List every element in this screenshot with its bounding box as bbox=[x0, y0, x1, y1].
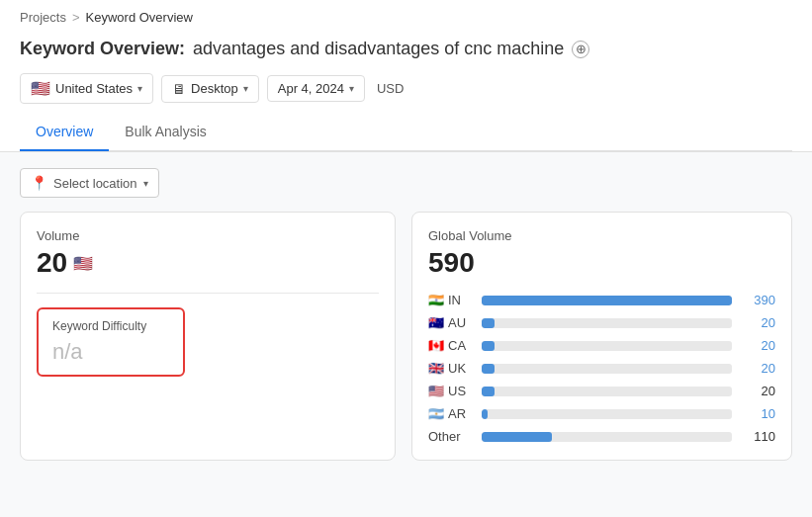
page-title-keyword: advantages and disadvantages of cnc mach… bbox=[193, 39, 564, 59]
bar-row: Other110 bbox=[428, 429, 775, 444]
page-title-row: Keyword Overview: advantages and disadva… bbox=[20, 31, 792, 69]
bar-rows: 🇮🇳IN390🇦🇺AU20🇨🇦CA20🇬🇧UK20🇺🇸US20🇦🇷AR10Oth… bbox=[428, 293, 775, 444]
country-code: AR bbox=[448, 406, 466, 421]
bar-count: 10 bbox=[740, 406, 775, 421]
location-selector[interactable]: 📍 Select location ▾ bbox=[20, 168, 159, 198]
bar-row: 🇺🇸US20 bbox=[428, 384, 775, 398]
country-flag: 🇮🇳 bbox=[428, 293, 444, 307]
tabs-row: Overview Bulk Analysis bbox=[20, 114, 792, 151]
volume-card: Volume 20 🇺🇸 Keyword Difficulty n/a bbox=[20, 212, 396, 461]
bar-row: 🇨🇦CA20 bbox=[428, 338, 775, 353]
breadcrumb-separator: > bbox=[72, 10, 80, 25]
location-selector-chevron-icon: ▾ bbox=[143, 178, 148, 189]
country-flag: 🇦🇺 bbox=[428, 315, 444, 330]
bar-track bbox=[482, 432, 732, 442]
bar-fill bbox=[482, 409, 488, 419]
global-volume-card: Global Volume 590 🇮🇳IN390🇦🇺AU20🇨🇦CA20🇬🇧U… bbox=[411, 212, 792, 461]
bar-count: 20 bbox=[740, 338, 775, 353]
bar-track bbox=[482, 318, 732, 328]
difficulty-box: Keyword Difficulty n/a bbox=[37, 307, 185, 377]
breadcrumb-parent[interactable]: Projects bbox=[20, 10, 66, 25]
bar-row: 🇬🇧UK20 bbox=[428, 361, 775, 376]
country-code: CA bbox=[448, 338, 466, 353]
bar-row: 🇦🇷AR10 bbox=[428, 406, 775, 421]
controls-row: 🇺🇸 United States ▾ 🖥 Desktop ▾ Apr 4, 20… bbox=[20, 69, 792, 114]
device-button[interactable]: 🖥 Desktop ▾ bbox=[161, 75, 259, 103]
difficulty-value: n/a bbox=[52, 339, 169, 365]
bar-fill bbox=[482, 432, 552, 442]
bar-count: 390 bbox=[740, 293, 775, 307]
country-flag-label: Other bbox=[428, 429, 474, 444]
bar-track bbox=[482, 341, 732, 351]
date-label: Apr 4, 2024 bbox=[278, 81, 344, 96]
page-title-label: Keyword Overview: bbox=[20, 39, 185, 59]
bar-fill bbox=[482, 387, 495, 396]
top-bar: Projects > Keyword Overview Keyword Over… bbox=[0, 0, 812, 152]
country-flag: 🇦🇷 bbox=[428, 406, 444, 421]
country-flag-label: 🇮🇳IN bbox=[428, 293, 474, 307]
location-flag: 🇺🇸 bbox=[31, 79, 50, 98]
volume-number: 20 bbox=[37, 247, 67, 279]
device-chevron-icon: ▾ bbox=[243, 83, 248, 94]
currency-label: USD bbox=[373, 76, 407, 101]
add-keyword-icon[interactable]: ⊕ bbox=[572, 41, 589, 58]
country-flag-label: 🇦🇺AU bbox=[428, 315, 474, 330]
card-divider bbox=[37, 293, 379, 294]
bar-count: 20 bbox=[740, 361, 775, 376]
tab-bulk-analysis[interactable]: Bulk Analysis bbox=[109, 114, 222, 151]
bar-track bbox=[482, 364, 732, 374]
bar-track bbox=[482, 409, 732, 419]
location-selector-label: Select location bbox=[53, 176, 137, 191]
bar-fill bbox=[482, 296, 732, 305]
device-label: Desktop bbox=[191, 81, 238, 96]
bar-fill bbox=[482, 364, 495, 374]
cards-row: Volume 20 🇺🇸 Keyword Difficulty n/a Glob… bbox=[20, 212, 792, 461]
country-code: US bbox=[448, 384, 466, 398]
location-label: United States bbox=[55, 81, 133, 96]
bar-count: 110 bbox=[740, 429, 775, 444]
volume-flag: 🇺🇸 bbox=[73, 254, 93, 273]
global-value: 590 bbox=[428, 247, 775, 279]
monitor-icon: 🖥 bbox=[172, 81, 186, 97]
country-flag-label: 🇬🇧UK bbox=[428, 361, 474, 376]
country-code: UK bbox=[448, 361, 466, 376]
location-chevron-icon: ▾ bbox=[137, 83, 142, 94]
breadcrumb-current: Keyword Overview bbox=[86, 10, 193, 25]
country-flag-label: 🇺🇸US bbox=[428, 384, 474, 398]
location-pin-icon: 📍 bbox=[31, 175, 47, 191]
date-chevron-icon: ▾ bbox=[349, 83, 354, 94]
country-flag: 🇬🇧 bbox=[428, 361, 444, 376]
bar-count: 20 bbox=[740, 315, 775, 330]
bar-count: 20 bbox=[740, 384, 775, 398]
volume-value: 20 🇺🇸 bbox=[37, 247, 379, 279]
content-area: 📍 Select location ▾ Volume 20 🇺🇸 Keyword… bbox=[0, 152, 812, 476]
country-code: AU bbox=[448, 315, 466, 330]
global-label: Global Volume bbox=[428, 228, 775, 243]
bar-fill bbox=[482, 318, 495, 328]
tab-overview[interactable]: Overview bbox=[20, 114, 109, 151]
bar-track bbox=[482, 387, 732, 396]
bar-row: 🇮🇳IN390 bbox=[428, 293, 775, 307]
bar-row: 🇦🇺AU20 bbox=[428, 315, 775, 330]
country-flag: 🇺🇸 bbox=[428, 384, 444, 398]
country-code: IN bbox=[448, 293, 461, 307]
country-code: Other bbox=[428, 429, 461, 444]
country-flag: 🇨🇦 bbox=[428, 338, 444, 353]
bar-fill bbox=[482, 341, 495, 351]
country-flag-label: 🇦🇷AR bbox=[428, 406, 474, 421]
breadcrumb: Projects > Keyword Overview bbox=[20, 0, 792, 31]
bar-track bbox=[482, 296, 732, 305]
volume-label: Volume bbox=[37, 228, 379, 243]
difficulty-label: Keyword Difficulty bbox=[52, 319, 169, 333]
location-button[interactable]: 🇺🇸 United States ▾ bbox=[20, 73, 153, 104]
date-button[interactable]: Apr 4, 2024 ▾ bbox=[267, 75, 365, 102]
country-flag-label: 🇨🇦CA bbox=[428, 338, 474, 353]
